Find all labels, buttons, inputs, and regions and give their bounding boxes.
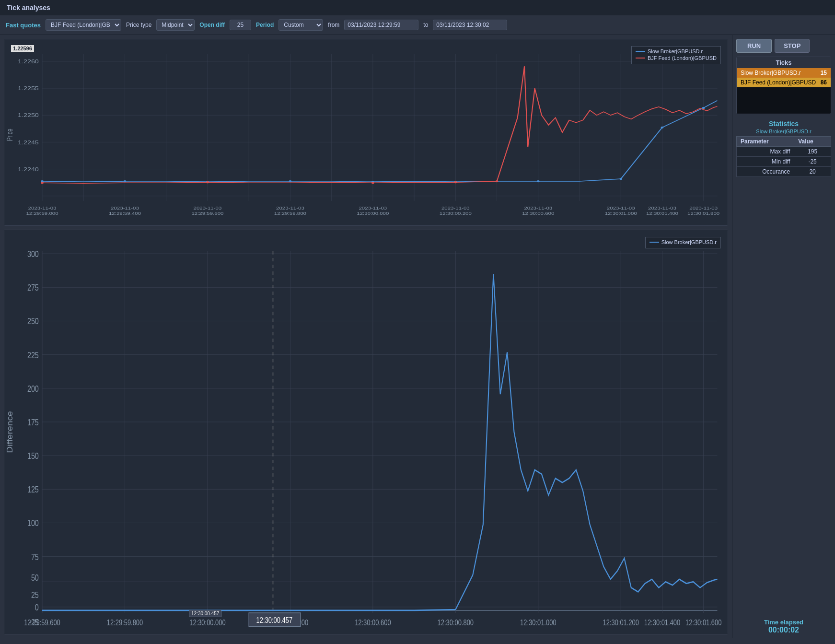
svg-text:1.2255: 1.2255 — [18, 86, 39, 91]
btn-row: RUN STOP — [736, 39, 831, 53]
bottom-chart-panel: Slow Broker|GBPUSD.r 12:30:00.457 Differ… — [4, 230, 728, 634]
statistics-subtitle: Slow Broker|GBPUSD.r — [736, 129, 831, 136]
svg-text:12:29:59.800: 12:29:59.800 — [274, 211, 307, 215]
svg-text:12:30:00.000: 12:30:00.000 — [189, 619, 225, 627]
legend-color-blue — [636, 51, 645, 52]
tick-name-bjf: BJF Feed (London)|GBPUSD — [741, 79, 816, 86]
svg-point-40 — [702, 107, 705, 109]
svg-text:12:30:01.200: 12:30:01.200 — [603, 619, 639, 627]
svg-text:2023-11-03: 2023-11-03 — [607, 206, 635, 211]
svg-text:12:30:01.400: 12:30:01.400 — [644, 619, 680, 627]
svg-point-43 — [371, 182, 374, 184]
stats-value-min-diff: -25 — [794, 157, 831, 167]
ticks-title: Ticks — [737, 57, 831, 68]
statistics-table: Parameter Value Max diff 195 Min diff -2… — [736, 136, 831, 177]
svg-text:12:30:00.600: 12:30:00.600 — [355, 619, 391, 627]
svg-text:12:29:59.800: 12:29:59.800 — [107, 619, 143, 627]
svg-text:1.2260: 1.2260 — [18, 59, 39, 64]
svg-text:12:30:01.400: 12:30:01.400 — [646, 211, 679, 215]
svg-text:125: 125 — [27, 485, 39, 494]
svg-text:2023-11-03: 2023-11-03 — [441, 206, 470, 211]
svg-text:150: 150 — [27, 451, 39, 461]
tick-count-slow-broker: 15 — [821, 70, 827, 76]
svg-point-37 — [537, 180, 540, 182]
svg-point-42 — [206, 181, 209, 183]
svg-text:225: 225 — [27, 350, 39, 360]
stats-value-occurance: 20 — [794, 167, 831, 177]
svg-point-41 — [41, 182, 44, 184]
tick-row-bjf: BJF Feed (London)|GBPUSD 86 — [737, 78, 831, 87]
svg-rect-66 — [4, 230, 728, 634]
svg-text:175: 175 — [27, 418, 39, 427]
svg-text:12:29:59.400: 12:29:59.400 — [109, 211, 141, 215]
svg-text:0: 0 — [35, 602, 39, 612]
svg-text:2023-11-03: 2023-11-03 — [359, 206, 387, 211]
svg-text:275: 275 — [27, 283, 39, 293]
bottom-chart-legend: Slow Broker|GBPUSD.r — [645, 237, 721, 248]
stats-row-occurance: Occurance 20 — [737, 167, 831, 177]
svg-text:50: 50 — [31, 573, 39, 583]
svg-text:12:29:59.600: 12:29:59.600 — [24, 619, 60, 627]
fast-quotes-select[interactable]: BJF Feed (London)|GB — [46, 19, 121, 31]
svg-text:12:30:00.800: 12:30:00.800 — [438, 619, 474, 627]
legend-item-bottom-slow-broker: Slow Broker|GBPUSD.r — [649, 239, 717, 245]
svg-point-32 — [124, 180, 127, 182]
price-type-select[interactable]: Midpoint Bid Ask Last — [156, 19, 195, 31]
svg-text:12:29:59.000: 12:29:59.000 — [26, 211, 58, 215]
stats-col-value: Value — [794, 137, 831, 147]
time-elapsed-section: Time elapsed 00:00:02 — [736, 619, 831, 634]
svg-text:2023-11-03: 2023-11-03 — [648, 206, 676, 211]
svg-text:12:30:01.000: 12:30:01.000 — [520, 619, 556, 627]
svg-point-38 — [619, 178, 622, 180]
stats-col-parameter: Parameter — [737, 137, 794, 147]
svg-text:12:29:59.600: 12:29:59.600 — [191, 211, 224, 215]
legend-label-slow-broker: Slow Broker|GBPUSD.r — [648, 48, 703, 54]
stats-row-min-diff: Min diff -25 — [737, 157, 831, 167]
svg-rect-0 — [4, 39, 728, 225]
svg-text:250: 250 — [27, 316, 39, 326]
svg-text:2023-11-03: 2023-11-03 — [111, 206, 139, 211]
svg-text:200: 200 — [27, 384, 39, 393]
svg-point-34 — [289, 180, 292, 182]
tick-count-bjf: 86 — [821, 79, 827, 86]
ticks-body — [737, 87, 831, 114]
ticks-section: Ticks Slow Broker|GBPUSD.r 15 BJF Feed (… — [736, 57, 831, 114]
svg-text:1.2245: 1.2245 — [18, 140, 39, 145]
svg-text:12:30:01.800: 12:30:01.800 — [687, 211, 720, 215]
from-label: from — [328, 22, 339, 28]
open-diff-input[interactable]: 25 — [230, 20, 251, 30]
svg-text:12:30:00.600: 12:30:00.600 — [522, 211, 555, 215]
title-bar: Tick analyses — [0, 0, 835, 15]
svg-text:12:30:00.000: 12:30:00.000 — [357, 211, 389, 215]
time-elapsed-value: 00:00:02 — [736, 626, 831, 634]
svg-text:2023-11-03: 2023-11-03 — [28, 206, 57, 211]
stats-label-min-diff: Min diff — [737, 157, 794, 167]
main-layout: 1.22596 Slow Broker|GBPUSD.r BJF Feed (L… — [0, 35, 835, 638]
svg-point-44 — [454, 181, 457, 183]
bottom-chart-svg: Difference 300 275 250 225 200 — [4, 230, 728, 634]
svg-text:25: 25 — [31, 590, 39, 599]
top-chart-svg: Price 1.2260 1.2255 1.2250 1.2245 1.2240 — [4, 39, 728, 225]
legend-item-bjf: BJF Feed (London)|GBPUSD — [636, 55, 717, 61]
stop-button[interactable]: STOP — [775, 39, 810, 53]
svg-point-39 — [661, 127, 664, 129]
to-datetime-input[interactable]: 03/11/2023 12:30:02 — [433, 20, 507, 30]
statistics-section: Statistics Slow Broker|GBPUSD.r Paramete… — [736, 118, 831, 177]
legend-item-slow-broker: Slow Broker|GBPUSD.r — [636, 48, 717, 54]
svg-text:300: 300 — [27, 249, 39, 259]
stats-label-occurance: Occurance — [737, 167, 794, 177]
svg-text:1.2250: 1.2250 — [18, 113, 39, 118]
open-diff-label: Open diff — [199, 22, 225, 28]
run-button[interactable]: RUN — [736, 39, 772, 53]
from-datetime-input[interactable]: 03/11/2023 12:29:59 — [344, 20, 418, 30]
svg-point-45 — [496, 180, 499, 182]
top-chart-panel: 1.22596 Slow Broker|GBPUSD.r BJF Feed (L… — [4, 39, 728, 226]
svg-text:Difference: Difference — [6, 411, 14, 453]
stats-label-max-diff: Max diff — [737, 147, 794, 157]
to-label: to — [423, 22, 428, 28]
app-title: Tick analyses — [7, 4, 50, 12]
price-annotation: 1.22596 — [11, 45, 34, 52]
fast-quotes-label: Fast quotes — [6, 22, 41, 29]
legend-label-bottom-slow-broker: Slow Broker|GBPUSD.r — [661, 239, 717, 245]
period-select[interactable]: Custom 1 minute 5 minutes 15 minutes 1 h… — [278, 19, 323, 31]
